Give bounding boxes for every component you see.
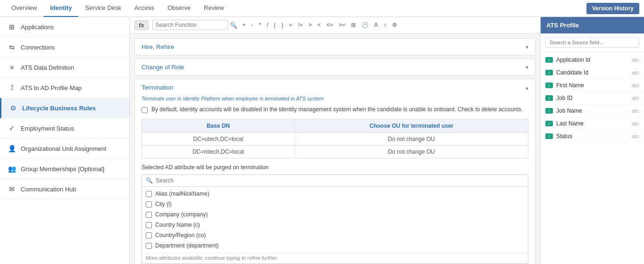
ou-1: Do not change OU	[295, 133, 528, 146]
function-operators: + - * / ( ) = != > < <= >= ⊞ 🕐 A ↕ ⚙	[241, 21, 399, 29]
accordion-termination: Termination ▴ Terminate user in Identity…	[134, 79, 535, 264]
sidebar-item-employment-status[interactable]: ✓ Employment Status	[0, 118, 129, 139]
op-gt[interactable]: >	[307, 21, 313, 29]
attr-checkbox-country-region[interactable]	[146, 232, 152, 239]
sidebar-label-connections: Connections	[21, 44, 55, 51]
dn-table: Base DN Choose OU for terminated user DC…	[142, 119, 528, 158]
op-divide[interactable]: /	[265, 21, 269, 29]
accordion-header-hire-rehire[interactable]: Hire, Rehire ▾	[135, 39, 535, 55]
sidebar-label-org-unit: Organizational Unit Assignment	[21, 145, 106, 152]
main-content: fx 🔍 + - * / ( ) = != > < <= >= ⊞ 🕐 A ↕ …	[130, 17, 540, 264]
op-not-equals[interactable]: !=	[297, 21, 304, 29]
sidebar-item-lifecycle-business-rules[interactable]: ⊙ Lifecycle Business Rules	[0, 98, 129, 118]
op-multiply[interactable]: *	[258, 21, 263, 29]
op-close-paren[interactable]: )	[280, 21, 285, 29]
op-minus[interactable]: -	[250, 21, 255, 29]
attr-label-city: City (l)	[155, 201, 172, 207]
sidebar-item-applications[interactable]: ⊞ Applications	[0, 17, 129, 37]
sidebar-item-ats-data-definition[interactable]: ≡ ATS Data Definition	[0, 58, 129, 78]
field-item-status[interactable]: ↕ Status abc	[541, 130, 644, 143]
op-sort[interactable]: ↕	[382, 21, 388, 29]
attr-checkbox-company[interactable]	[146, 212, 152, 218]
list-item: City (l)	[146, 199, 524, 209]
base-dn-1: DC=utech,DC=local	[142, 133, 295, 146]
nav-access[interactable]: Access	[128, 0, 161, 17]
sidebar-item-connections[interactable]: ⇆ Connections	[0, 37, 129, 58]
sidebar-label-employment: Employment Status	[21, 125, 74, 132]
field-item-candidate-id[interactable]: ↕ Candidate Id abc	[541, 66, 644, 79]
attr-checkbox-department[interactable]	[146, 243, 152, 249]
source-field-search[interactable]	[545, 37, 639, 48]
sidebar-item-ats-to-ad-profile-map[interactable]: ⤴ ATS to AD Profile Map	[0, 78, 129, 98]
chevron-down-icon: ▾	[526, 44, 528, 50]
version-history-button[interactable]: Version History	[586, 3, 639, 14]
field-badge-last-name: ↕	[545, 121, 553, 126]
attr-checkbox-country-name[interactable]	[146, 222, 152, 228]
op-gte[interactable]: >=	[337, 21, 347, 29]
nav-observe[interactable]: Observe	[161, 0, 197, 17]
nav-service-desk[interactable]: Service Desk	[78, 0, 128, 17]
sidebar-item-group-memberships[interactable]: 👥 Group Memberships [Optional]	[0, 159, 129, 179]
main-layout: ⊞ Applications ⇆ Connections ≡ ATS Data …	[0, 17, 644, 264]
nav-review[interactable]: Review	[197, 0, 231, 17]
ats-data-icon: ≡	[8, 63, 16, 72]
sidebar-item-org-unit[interactable]: 👤 Organizational Unit Assignment	[0, 139, 129, 159]
field-label-last-name: Last Name	[556, 120, 628, 127]
accordion-header-change-of-role[interactable]: Change of Role ▾	[135, 59, 535, 75]
field-item-first-name[interactable]: ↕ First Name abc	[541, 79, 644, 92]
field-list: ↕ Application Id abc ↕ Candidate Id abc …	[541, 52, 644, 145]
op-lt[interactable]: <	[316, 21, 322, 29]
accordion-label-termination: Termination	[142, 84, 173, 91]
function-search-input[interactable]	[152, 20, 228, 30]
field-type-first-name: abc	[632, 83, 639, 88]
attribute-search-row: 🔍	[142, 175, 528, 187]
base-dn-2: DC=mtech,DC=local	[142, 146, 295, 158]
ou-2: Do not change OU	[295, 146, 528, 158]
dn-table-header-base: Base DN	[142, 119, 295, 133]
op-clock[interactable]: 🕐	[360, 21, 370, 29]
list-item: Alias (mailNickName)	[146, 189, 524, 199]
attr-label-company: Company (company)	[155, 211, 208, 218]
sidebar-label-lifecycle: Lifecycle Business Rules	[22, 105, 96, 112]
field-type-status: abc	[632, 134, 639, 139]
op-lte[interactable]: <=	[325, 21, 335, 29]
nav-overview[interactable]: Overview	[5, 0, 43, 17]
op-open-paren[interactable]: (	[273, 21, 277, 29]
field-type-job-id: abc	[632, 96, 639, 101]
accordion-header-termination[interactable]: Termination ▴	[135, 79, 535, 96]
attr-label-country-name: Country Name (c)	[155, 222, 200, 228]
field-item-job-id[interactable]: ↕ Job ID abc	[541, 92, 644, 105]
chevron-down-icon-2: ▾	[526, 64, 528, 71]
field-badge-first-name: ↕	[545, 82, 553, 88]
delete-accounts-checkbox[interactable]	[142, 107, 148, 113]
op-grid[interactable]: ⊞	[350, 21, 357, 29]
accordion-label-change-of-role: Change of Role	[142, 64, 184, 71]
op-plus[interactable]: +	[241, 21, 247, 29]
attr-checkbox-city[interactable]	[146, 201, 152, 207]
dn-table-header-ou: Choose OU for terminated user	[295, 119, 528, 133]
table-row: DC=utech,DC=local Do not change OU	[142, 133, 528, 146]
field-badge-job-name: ↕	[545, 108, 553, 114]
function-bar: fx 🔍 + - * / ( ) = != > < <= >= ⊞ 🕐 A ↕ …	[130, 17, 540, 33]
field-label-job-id: Job ID	[556, 95, 628, 101]
nav-identity[interactable]: Identity	[43, 0, 78, 17]
lifecycle-icon: ⊙	[9, 104, 17, 112]
op-text[interactable]: A	[373, 21, 379, 29]
table-row: DC=mtech,DC=local Do not change OU	[142, 146, 528, 158]
op-gear[interactable]: ⚙	[391, 21, 399, 29]
attr-label-alias: Alias (mailNickName)	[155, 190, 209, 197]
field-label-job-name: Job Name	[556, 107, 628, 114]
right-panel-search-wrap	[541, 33, 644, 52]
field-item-job-name[interactable]: ↕ Job Name abc	[541, 105, 644, 117]
attr-checkbox-alias[interactable]	[146, 191, 152, 197]
field-item-application-id[interactable]: ↕ Application Id abc	[541, 54, 644, 66]
attribute-search-input[interactable]	[156, 177, 524, 184]
ats-ad-icon: ⤴	[8, 83, 16, 92]
op-equals[interactable]: =	[288, 21, 294, 29]
more-attributes-note: More attributes available, continue typi…	[142, 253, 528, 264]
search-icon-small: 🔍	[146, 177, 153, 184]
sidebar-item-communication-hub[interactable]: ✉ Communication Hub	[0, 179, 129, 199]
accordion-hire-rehire: Hire, Rehire ▾	[134, 38, 535, 56]
field-badge-candidate-id: ↕	[545, 70, 553, 75]
field-item-last-name[interactable]: ↕ Last Name abc	[541, 117, 644, 130]
